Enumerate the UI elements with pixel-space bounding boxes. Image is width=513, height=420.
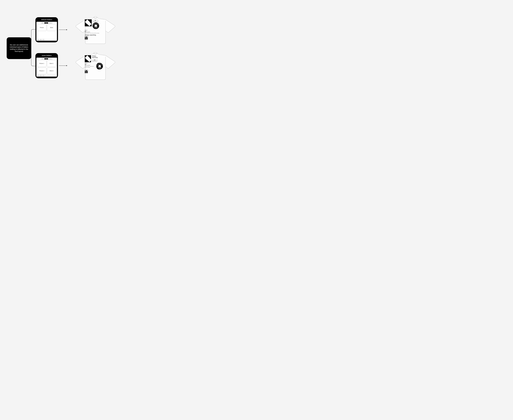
device-screen: Settings Folders Informations Picture 1 … [36, 58, 57, 77]
folder-grid: Picture Word [37, 24, 56, 31]
tab-informations[interactable]: Informations [48, 58, 53, 60]
device-title: more folders [36, 54, 57, 57]
folder-grid: Picture 1 Word 1 Picture 2 Word 2 [37, 60, 56, 74]
add-button[interactable]: Add [37, 39, 39, 40]
shirt-mockup-more: Always searching OK Ritual is NOT habit … [71, 52, 120, 81]
description-node: the user can add/remove individual types… [7, 37, 31, 59]
send-button[interactable]: Send [42, 75, 45, 76]
add-button[interactable]: Add [37, 75, 39, 76]
tab-informations[interactable]: Informations [48, 22, 53, 23]
tab-settings[interactable]: Settings [41, 22, 45, 23]
ok-button[interactable]: OK [92, 59, 97, 61]
action-bar: Add Delete Send [37, 39, 45, 40]
qr-code [85, 70, 88, 73]
device-default-folders: default folders Settings Folders Informa… [35, 17, 58, 42]
action-bar: Add Delete Send [37, 75, 45, 76]
ok-button[interactable]: OK [92, 19, 98, 22]
arrow-to-shirt-b [59, 65, 67, 66]
shirt-print-area: OK COMPUTERS? NO THANKS Ritual is NOT ha… [85, 19, 101, 39]
tab-bar: Settings Folders Informations [37, 58, 56, 60]
folder-item[interactable]: Picture 1 [37, 60, 46, 67]
shirt-mockup-default: OK COMPUTERS? NO THANKS Ritual is NOT ha… [71, 16, 120, 45]
handwriting-note: Ritual is NOT habit or Routine Patterned… [85, 30, 101, 34]
folder-item[interactable]: Word 1 [47, 60, 56, 67]
send-button[interactable]: Send [42, 39, 45, 40]
folder-item[interactable]: Picture [37, 24, 46, 31]
folder-item[interactable]: Picture 2 [37, 68, 46, 74]
connector-split [29, 29, 36, 67]
tab-folders[interactable]: Folders [45, 58, 48, 60]
arrow-to-shirt-a [59, 29, 67, 30]
description-text: the user can add/remove individual types… [9, 44, 29, 52]
tagline-text: Always searching [92, 55, 101, 58]
tab-folders[interactable]: Folders [45, 22, 48, 23]
svg-marker-1 [66, 29, 67, 30]
device-more-folders: more folders Settings Folders Informatio… [35, 53, 58, 78]
folder-item[interactable]: Word [47, 24, 56, 31]
qr-code [85, 36, 88, 39]
computers-patch: COMPUTERS? NO THANKS [96, 63, 101, 69]
tagline-text: Always searching [85, 34, 101, 36]
delete-button[interactable]: Delete [39, 75, 42, 76]
delete-button[interactable]: Delete [39, 39, 42, 40]
abstract-graphic [85, 55, 91, 62]
handwriting-note: Ritual is NOT habit or Routine Patterned… [85, 63, 96, 68]
device-title: default folders [36, 19, 57, 21]
tab-bar: Settings Folders Informations [37, 22, 56, 23]
folder-item[interactable]: Word 2 [47, 68, 56, 74]
device-screen: Settings Folders Informations Picture Wo… [36, 22, 57, 41]
computers-patch: COMPUTERS? NO THANKS [92, 22, 99, 29]
tab-settings[interactable]: Settings [41, 58, 45, 60]
shirt-print-area: Always searching OK Ritual is NOT habit … [85, 55, 101, 73]
abstract-graphic [85, 19, 92, 26]
svg-marker-3 [66, 65, 67, 66]
